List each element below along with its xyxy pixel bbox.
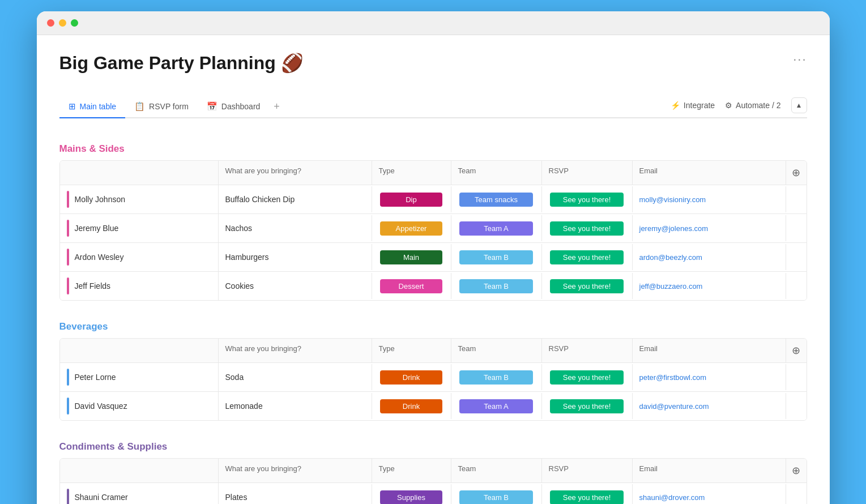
rsvp-badge: See you there! — [550, 193, 624, 207]
cell-email[interactable]: ardon@beezly.com — [633, 244, 786, 270]
dashboard-icon: 📅 — [207, 101, 217, 112]
cell-team[interactable]: Team B — [451, 484, 542, 504]
team-badge: Team B — [459, 490, 533, 505]
table-mains-sides: What are you bringing?TypeTeamRSVPEmail⊕… — [59, 160, 807, 301]
team-badge: Team B — [459, 370, 533, 385]
add-col-button-beverages[interactable]: ⊕ — [786, 339, 807, 362]
table-row: Peter LorneSodaDrinkTeam BSee you there!… — [60, 363, 807, 392]
cell-name[interactable]: Jeremy Blue — [60, 214, 219, 242]
row-indicator — [67, 191, 69, 208]
cell-team[interactable]: Team A — [451, 215, 542, 241]
groups-container: Mains & SidesWhat are you bringing?TypeT… — [59, 134, 807, 504]
cell-rsvp[interactable]: See you there! — [542, 215, 633, 241]
cell-team[interactable]: Team A — [451, 393, 542, 419]
table-row: Ardon WesleyHamburgersMainTeam BSee you … — [60, 243, 807, 272]
table-condiments-supplies: What are you bringing?TypeTeamRSVPEmail⊕… — [59, 458, 807, 504]
page-title: Big Game Party Planning 🏈 — [59, 52, 304, 74]
team-badge: Team A — [459, 221, 533, 236]
cell-email[interactable]: jeff@buzzaero.com — [633, 273, 786, 299]
col-headers-beverages: What are you bringing?TypeTeamRSVPEmail⊕ — [60, 339, 807, 363]
rsvp-badge: See you there! — [550, 399, 624, 413]
cell-team[interactable]: Team B — [451, 273, 542, 299]
cell-rsvp[interactable]: See you there! — [542, 273, 633, 299]
cell-bringing[interactable]: Hamburgers — [219, 244, 372, 270]
cell-name[interactable]: Shauni Cramer — [60, 483, 219, 504]
add-tab-button[interactable]: + — [269, 95, 284, 118]
cell-name-text: David Vasquez — [75, 402, 127, 411]
rsvp-badge: See you there! — [550, 221, 624, 236]
tab-main-table[interactable]: ⊞ Main table — [59, 96, 126, 118]
col-header-2-1: What are you bringing? — [219, 459, 372, 482]
row-indicator — [67, 489, 69, 504]
close-btn[interactable] — [47, 19, 54, 27]
cell-team[interactable]: Team snacks — [451, 186, 542, 212]
cell-type[interactable]: Main — [372, 244, 451, 270]
type-badge: Supplies — [380, 490, 442, 505]
group-label-condiments-supplies: Condiments & Supplies — [59, 432, 807, 458]
minimize-btn[interactable] — [59, 19, 66, 27]
cell-type[interactable]: Appetizer — [372, 215, 451, 241]
tab-main-table-label: Main table — [80, 102, 117, 111]
col-header-2-2: Type — [372, 459, 451, 482]
automate-button[interactable]: ⚙ Automate / 2 — [725, 101, 780, 110]
cell-email[interactable]: molly@visioniry.com — [633, 186, 786, 212]
col-headers-mains-sides: What are you bringing?TypeTeamRSVPEmail⊕ — [60, 161, 807, 185]
col-header-0-4: RSVP — [542, 161, 633, 185]
cell-empty — [786, 186, 807, 212]
cell-name[interactable]: Ardon Wesley — [60, 243, 219, 271]
cell-email[interactable]: peter@firstbowl.com — [633, 364, 786, 390]
cell-team[interactable]: Team B — [451, 244, 542, 270]
tab-bar: ⊞ Main table 📋 RSVP form 📅 Dashboard + ⚡… — [59, 95, 807, 118]
col-header-0-0 — [60, 161, 219, 185]
cell-type[interactable]: Drink — [372, 364, 451, 390]
add-col-button-mains-sides[interactable]: ⊕ — [786, 161, 807, 185]
cell-email[interactable]: shauni@drover.com — [633, 484, 786, 504]
cell-bringing[interactable]: Buffalo Chicken Dip — [219, 186, 372, 212]
col-header-0-2: Type — [372, 161, 451, 185]
cell-rsvp[interactable]: See you there! — [542, 244, 633, 270]
cell-bringing[interactable]: Cookies — [219, 273, 372, 299]
cell-bringing[interactable]: Lemonade — [219, 393, 372, 419]
tab-rsvp-form-label: RSVP form — [149, 102, 189, 111]
cell-empty — [786, 364, 807, 390]
cell-name[interactable]: Molly Johnson — [60, 185, 219, 213]
col-header-2-3: Team — [451, 459, 542, 482]
cell-team[interactable]: Team B — [451, 364, 542, 390]
integrate-icon: ⚡ — [671, 101, 680, 110]
cell-email[interactable]: david@pventure.com — [633, 393, 786, 419]
rsvp-badge: See you there! — [550, 490, 624, 505]
tab-rsvp-form[interactable]: 📋 RSVP form — [125, 96, 198, 118]
cell-name[interactable]: Peter Lorne — [60, 363, 219, 391]
cell-name[interactable]: Jeff Fields — [60, 272, 219, 300]
col-header-0-1: What are you bringing? — [219, 161, 372, 185]
more-options-button[interactable]: ··· — [793, 52, 807, 67]
tab-toolbar-right: ⚡ Integrate ⚙ Automate / 2 ▲ — [671, 97, 807, 116]
main-content: Big Game Party Planning 🏈 ··· ⊞ Main tab… — [37, 35, 830, 504]
row-indicator — [67, 369, 69, 386]
tab-dashboard[interactable]: 📅 Dashboard — [198, 96, 270, 118]
cell-type[interactable]: Dip — [372, 186, 451, 212]
cell-rsvp[interactable]: See you there! — [542, 393, 633, 419]
cell-rsvp[interactable]: See you there! — [542, 186, 633, 212]
cell-type[interactable]: Drink — [372, 393, 451, 419]
table-beverages: What are you bringing?TypeTeamRSVPEmail⊕… — [59, 338, 807, 421]
add-col-button-condiments-supplies[interactable]: ⊕ — [786, 459, 807, 482]
cell-name[interactable]: David Vasquez — [60, 392, 219, 420]
cell-empty — [786, 393, 807, 419]
maximize-btn[interactable] — [71, 19, 78, 27]
group-label-mains-sides: Mains & Sides — [59, 134, 807, 160]
type-badge: Dip — [380, 193, 442, 207]
group-condiments-supplies: Condiments & SuppliesWhat are you bringi… — [59, 432, 807, 504]
collapse-button[interactable]: ▲ — [791, 97, 807, 113]
cell-bringing[interactable]: Plates — [219, 484, 372, 504]
cell-type[interactable]: Dessert — [372, 273, 451, 299]
col-header-2-5: Email — [633, 459, 786, 482]
cell-bringing[interactable]: Nachos — [219, 215, 372, 241]
cell-email[interactable]: jeremy@jolenes.com — [633, 215, 786, 241]
cell-type[interactable]: Supplies — [372, 484, 451, 504]
integrate-button[interactable]: ⚡ Integrate — [671, 101, 715, 110]
col-header-1-1: What are you bringing? — [219, 339, 372, 362]
cell-bringing[interactable]: Soda — [219, 364, 372, 390]
cell-rsvp[interactable]: See you there! — [542, 364, 633, 390]
cell-rsvp[interactable]: See you there! — [542, 484, 633, 504]
